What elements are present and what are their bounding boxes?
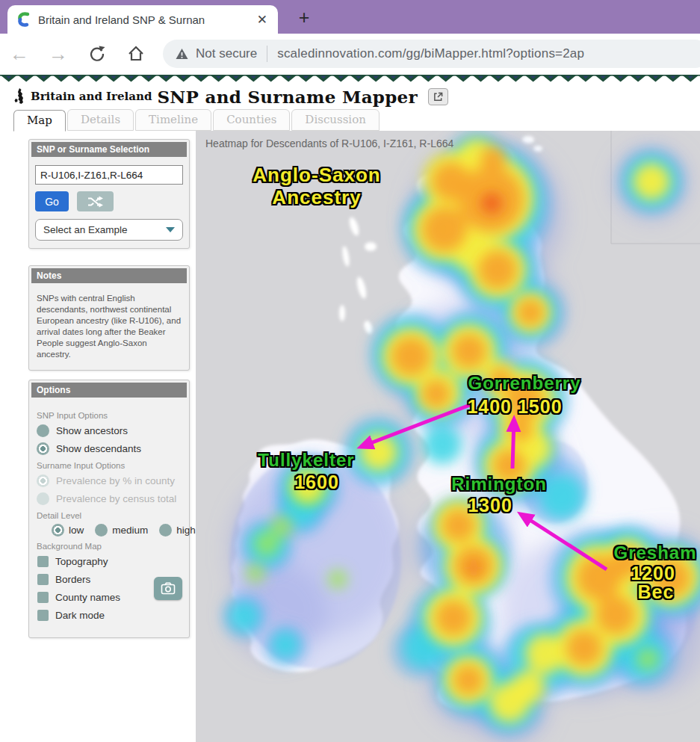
radio-prevalence-by-census-total xyxy=(37,492,49,505)
option-label: low xyxy=(69,525,84,536)
britain-map-icon xyxy=(13,87,26,105)
url-text: scaledinnovation.com/gg/biMapper.html?op… xyxy=(277,46,584,61)
radio-show-descendants[interactable] xyxy=(37,442,49,455)
open-external-button[interactable] xyxy=(428,88,448,105)
browser-tab[interactable]: Britain and Ireland SNP & Surnan ✕ xyxy=(7,5,278,34)
home-icon[interactable] xyxy=(117,45,155,63)
site-favicon xyxy=(15,11,31,28)
back-icon[interactable]: ← xyxy=(0,44,39,64)
checkbox-county-names[interactable] xyxy=(37,592,49,603)
browser-toolbar: ← → Not secure scaledinnovation.com/gg/b… xyxy=(0,34,700,74)
option-label: medium xyxy=(112,525,148,536)
map-annotations: Anglo-SaxonAncestryGorrenberry1400 1500T… xyxy=(196,131,700,742)
notes-header: Notes xyxy=(31,268,187,283)
tab-map[interactable]: Map xyxy=(13,110,66,132)
address-bar[interactable]: Not secure scaledinnovation.com/gg/biMap… xyxy=(163,40,700,68)
go-button[interactable]: Go xyxy=(35,191,69,211)
map-label-ancestry: Ancestry xyxy=(272,186,361,209)
options-header: Options xyxy=(31,383,187,398)
omnibox-divider xyxy=(267,46,267,62)
option-label: Borders xyxy=(55,574,90,585)
tab-close-icon[interactable]: ✕ xyxy=(254,13,270,26)
option-label: Prevalence by census total xyxy=(56,493,176,504)
section-label: SNP Input Options xyxy=(37,411,182,420)
brand-prefix: Britain and Ireland xyxy=(31,90,152,103)
snp-input[interactable] xyxy=(35,165,183,185)
new-tab-button[interactable]: + xyxy=(294,7,314,28)
not-secure-label: Not secure xyxy=(196,46,257,61)
section-label: Background Map xyxy=(37,542,182,551)
section-label: Surname Input Options xyxy=(37,461,182,470)
radio-show-ancestors[interactable] xyxy=(37,424,49,437)
forward-icon[interactable]: → xyxy=(39,44,78,64)
radio-high[interactable] xyxy=(159,524,172,537)
options-panel: Options SNP Input OptionsShow ancestorsS… xyxy=(28,380,190,638)
checkbox-topography[interactable] xyxy=(37,556,49,567)
snapshot-button[interactable] xyxy=(154,577,182,600)
decorative-trim xyxy=(0,74,700,84)
refresh-icon[interactable] xyxy=(78,45,117,63)
option-label: Show ancestors xyxy=(56,425,128,436)
notes-text: SNPs with central English descendants, n… xyxy=(29,285,189,370)
browser-tab-strip: Britain and Ireland SNP & Surnan ✕ + xyxy=(0,0,700,34)
tab-discussion[interactable]: Discussion xyxy=(291,109,379,131)
sidebar: SNP or Surname Selection Go Select an Ex… xyxy=(0,131,196,742)
map-label-rimington: Rimington xyxy=(451,474,547,495)
section-label: Detail Level xyxy=(37,511,182,520)
camera-icon xyxy=(161,582,176,595)
map-label-gresham: Gresham xyxy=(613,542,696,563)
map-label-tullykelter: Tullykelter xyxy=(258,450,354,471)
page-tab-bar: MapDetailsTimelineCountiesDiscussion xyxy=(0,109,700,131)
option-label: Show descendants xyxy=(56,443,141,454)
option-label: Topography xyxy=(55,556,108,567)
map-label-gorrenberry: Gorrenberry xyxy=(468,373,580,394)
checkbox-dark-mode[interactable] xyxy=(37,610,49,621)
chevron-down-icon xyxy=(166,227,175,232)
map-label-1400-1500: 1400 1500 xyxy=(467,396,562,418)
radio-low[interactable] xyxy=(52,524,64,537)
tab-details[interactable]: Details xyxy=(67,109,134,131)
not-secure-warning-icon xyxy=(175,47,189,61)
option-label: County names xyxy=(55,592,120,603)
page-title: SNP and Surname Mapper xyxy=(157,87,418,107)
example-dropdown-value: Select an Example xyxy=(43,224,128,235)
map-label-1600: 1600 xyxy=(294,472,339,493)
shuffle-icon xyxy=(87,196,104,208)
example-dropdown[interactable]: Select an Example xyxy=(35,219,183,241)
notes-panel: Notes SNPs with central English descenda… xyxy=(28,265,190,371)
snp-selection-header: SNP or Surname Selection xyxy=(31,142,187,157)
shuffle-button[interactable] xyxy=(77,191,114,211)
site-header: Britain and Ireland SNP and Surname Mapp… xyxy=(0,84,700,109)
snp-selection-panel: SNP or Surname Selection Go Select an Ex… xyxy=(28,139,190,249)
radio-prevalence-by-in-county xyxy=(37,474,49,487)
checkbox-borders[interactable] xyxy=(37,574,49,585)
radio-medium[interactable] xyxy=(95,524,108,537)
heatmap-area[interactable]: Heatmap for Descendants of R-U106, I-Z16… xyxy=(196,131,700,742)
tab-timeline[interactable]: Timeline xyxy=(135,109,211,131)
option-label: Prevalence by % in county xyxy=(56,475,175,486)
map-label-anglo-saxon: Anglo-Saxon xyxy=(253,164,380,187)
browser-tab-title: Britain and Ireland SNP & Surnan xyxy=(38,13,254,26)
option-label: Dark mode xyxy=(55,610,105,621)
option-label: high xyxy=(176,525,196,536)
map-label-1300: 1300 xyxy=(468,495,512,516)
map-label-bec: Bec xyxy=(638,581,675,603)
tab-counties[interactable]: Counties xyxy=(213,109,290,131)
